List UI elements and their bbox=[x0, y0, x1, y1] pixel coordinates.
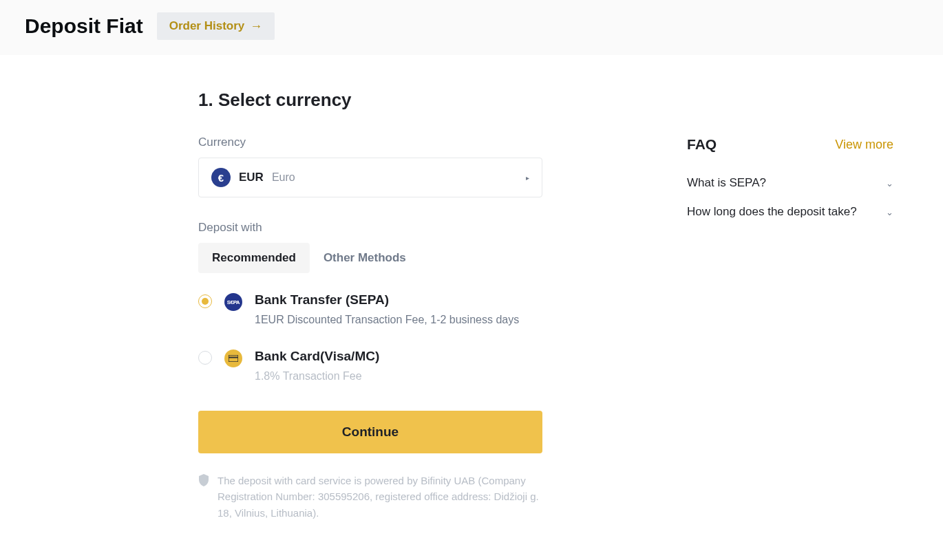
currency-select[interactable]: € EUR Euro ▸ bbox=[198, 158, 542, 197]
svg-rect-1 bbox=[229, 357, 238, 358]
sepa-icon: S€PA bbox=[224, 293, 242, 311]
currency-code: EUR bbox=[239, 171, 264, 184]
tab-recommended[interactable]: Recommended bbox=[198, 243, 310, 273]
chevron-down-icon: ⌄ bbox=[886, 207, 893, 217]
shield-icon bbox=[198, 474, 209, 521]
method-desc: 1.8% Transaction Fee bbox=[255, 368, 542, 385]
tab-other-methods[interactable]: Other Methods bbox=[310, 243, 420, 273]
faq-question: How long does the deposit take? bbox=[687, 205, 857, 219]
deposit-method-tabs: Recommended Other Methods bbox=[198, 243, 542, 273]
method-title: Bank Transfer (SEPA) bbox=[255, 292, 542, 308]
order-history-button[interactable]: Order History → bbox=[157, 12, 275, 40]
continue-button[interactable]: Continue bbox=[198, 411, 542, 453]
faq-item-deposit-duration[interactable]: How long does the deposit take? ⌄ bbox=[687, 205, 893, 219]
faq-panel: FAQ View more What is SEPA? ⌄ How long d… bbox=[687, 89, 893, 521]
method-desc: 1EUR Discounted Transaction Fee, 1-2 bus… bbox=[255, 312, 542, 328]
faq-question: What is SEPA? bbox=[687, 176, 766, 190]
method-bank-transfer-sepa[interactable]: S€PA Bank Transfer (SEPA) 1EUR Discounte… bbox=[198, 292, 542, 328]
faq-title: FAQ bbox=[687, 136, 717, 153]
method-bank-card[interactable]: Bank Card(Visa/MC) 1.8% Transaction Fee bbox=[198, 349, 542, 385]
card-icon bbox=[224, 349, 242, 367]
disclaimer-text: The deposit with card service is powered… bbox=[218, 473, 542, 521]
caret-right-icon: ▸ bbox=[526, 174, 529, 182]
radio-unselected[interactable] bbox=[198, 351, 212, 365]
radio-selected[interactable] bbox=[198, 294, 212, 308]
step-title: 1. Select currency bbox=[198, 89, 542, 111]
disclaimer: The deposit with card service is powered… bbox=[198, 473, 542, 521]
currency-label: Currency bbox=[198, 136, 542, 149]
currency-name: Euro bbox=[272, 171, 295, 184]
order-history-label: Order History bbox=[169, 19, 245, 33]
method-title: Bank Card(Visa/MC) bbox=[255, 349, 542, 364]
arrow-right-icon: → bbox=[250, 20, 262, 32]
svg-rect-0 bbox=[229, 355, 238, 362]
deposit-form: 1. Select currency Currency € EUR Euro ▸… bbox=[198, 89, 542, 521]
faq-view-more-link[interactable]: View more bbox=[835, 138, 893, 152]
chevron-down-icon: ⌄ bbox=[886, 178, 893, 189]
deposit-with-label: Deposit with bbox=[198, 221, 542, 235]
page-title: Deposit Fiat bbox=[25, 14, 143, 38]
faq-item-what-is-sepa[interactable]: What is SEPA? ⌄ bbox=[687, 176, 893, 190]
page-header: Deposit Fiat Order History → bbox=[0, 0, 943, 55]
euro-icon: € bbox=[211, 168, 231, 187]
